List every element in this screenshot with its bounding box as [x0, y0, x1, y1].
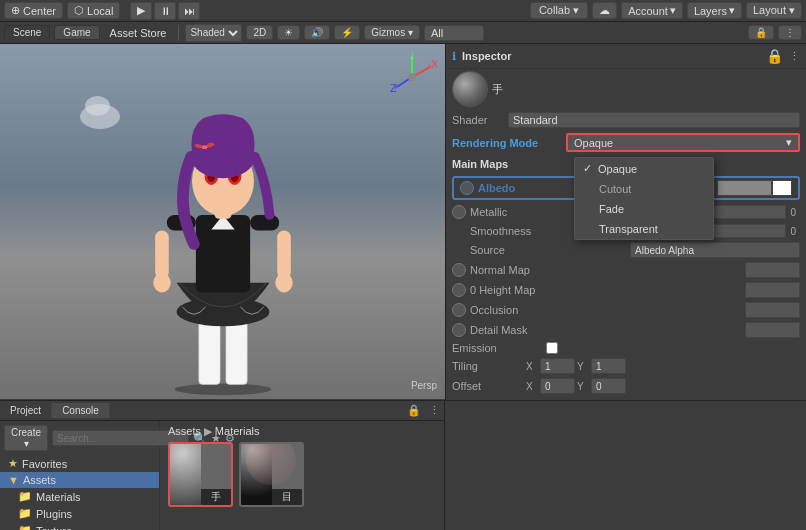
source-dropdown[interactable]: Albedo Alpha — [630, 242, 800, 258]
scene-tab[interactable]: Scene — [4, 25, 50, 40]
texture-item[interactable]: 📁 Texture — [0, 522, 159, 530]
lock-button[interactable]: 🔒 — [766, 48, 783, 64]
inspector-panel: ℹ Inspector 🔒 ⋮ 手 Shader Standard Render… — [445, 44, 806, 400]
material-name: 手 — [492, 82, 800, 97]
svg-rect-9 — [277, 230, 291, 278]
shader-value[interactable]: Standard — [508, 112, 800, 128]
light-toggle[interactable]: ☀ — [277, 25, 300, 40]
rendering-mode-label: Rendering Mode — [452, 137, 562, 149]
main-content: Shaded 2D ☀ 🔊 🖼 Gizmos ▾ All — [0, 44, 806, 400]
source-row: Source Albedo Alpha — [446, 240, 806, 260]
offset-row: Offset X Y — [446, 376, 806, 396]
play-controls: ▶ ⏸ ⏭ — [130, 2, 200, 20]
assets-item[interactable]: ▼ Assets — [0, 472, 159, 488]
metallic-icon — [452, 205, 466, 219]
project-sidebar: Create ▾ 🔍 ★ ⚙ ★ Favorites ▼ Assets — [0, 421, 160, 530]
scene-viewport[interactable]: Shaded 2D ☀ 🔊 🖼 Gizmos ▾ All — [0, 44, 445, 399]
dropdown-arrow: ▾ — [786, 136, 792, 149]
asset-store-tab[interactable]: Asset Store — [104, 26, 173, 40]
occlusion-icon — [452, 303, 466, 317]
albedo-texture-slot[interactable] — [717, 180, 772, 196]
svg-rect-8 — [155, 230, 169, 278]
console-tab[interactable]: Console — [52, 403, 110, 418]
tiling-y-input[interactable] — [591, 358, 626, 374]
project-menu-btn[interactable]: ⋮ — [425, 404, 444, 417]
play-button[interactable]: ▶ — [130, 2, 152, 20]
offset-y-input[interactable] — [591, 378, 626, 394]
pause-button[interactable]: ⏸ — [154, 2, 176, 20]
inspector-title: Inspector — [462, 50, 512, 62]
material-sphere-preview — [452, 71, 488, 107]
cloud-button[interactable]: ☁ — [592, 2, 617, 19]
svg-point-26 — [408, 73, 416, 81]
normal-map-icon — [452, 263, 466, 277]
inspector-icons-right[interactable]: 🔒 — [748, 25, 774, 40]
audio-toggle[interactable]: 🔊 — [304, 25, 330, 40]
inspector-layout-btn[interactable]: ⋮ — [778, 25, 802, 40]
texture-folder-icon: 📁 — [18, 524, 32, 530]
project-tab[interactable]: Project — [0, 403, 52, 418]
project-lock-btn[interactable]: 🔒 — [403, 404, 425, 417]
fx-toggle[interactable]: ⚡ — [334, 25, 360, 40]
center-icon: ⊕ — [11, 4, 20, 17]
favorites-item[interactable]: ★ Favorites — [0, 455, 159, 472]
asset-grid: 手 目 — [164, 440, 440, 509]
rendering-mode-dropdown[interactable]: Opaque ▾ Opaque Cutout Fade Transparent — [566, 133, 800, 152]
shading-select[interactable]: Shaded — [185, 24, 242, 42]
2d-toggle[interactable]: 2D — [246, 25, 273, 40]
albedo-icon — [460, 181, 474, 195]
project-main-view: Assets ▶ Materials 手 — [160, 421, 444, 530]
inspector-menu-btn[interactable]: ⋮ — [789, 50, 800, 63]
breadcrumb: Assets ▶ Materials — [164, 425, 440, 440]
detail-mask-texture-slot[interactable] — [745, 322, 800, 338]
plugins-item[interactable]: 📁 Plugins — [0, 505, 159, 522]
second-toolbar: Scene Game Asset Store Shaded 2D ☀ 🔊 ⚡ G… — [0, 22, 806, 44]
character-svg — [123, 89, 323, 399]
layers-dropdown[interactable]: Layers ▾ — [687, 2, 742, 19]
offset-label: Offset — [452, 380, 522, 392]
svg-point-10 — [153, 273, 170, 292]
height-map-texture-slot[interactable] — [745, 282, 800, 298]
emission-checkbox[interactable] — [546, 342, 558, 354]
option-opaque[interactable]: Opaque — [575, 158, 713, 179]
occlusion-texture-slot[interactable] — [745, 302, 800, 318]
inspector-header: ℹ Inspector 🔒 ⋮ — [446, 44, 806, 69]
option-transparent[interactable]: Transparent — [575, 219, 713, 239]
center-toggle[interactable]: ⊕ Center — [4, 2, 63, 19]
asset-thumb-label-0: 手 — [201, 489, 232, 505]
step-button[interactable]: ⏭ — [178, 2, 200, 20]
svg-point-0 — [174, 384, 271, 396]
tiling-x-input[interactable] — [540, 358, 575, 374]
inspector-bottom — [445, 401, 806, 530]
gizmos-btn[interactable]: Gizmos ▾ — [364, 25, 420, 40]
albedo-color-picker[interactable] — [772, 180, 792, 196]
project-panel: Project Console 🔒 ⋮ Create ▾ 🔍 ★ ⚙ ★ — [0, 401, 445, 530]
occlusion-label: Occlusion — [470, 304, 741, 316]
asset-item-1[interactable]: 目 — [239, 442, 304, 507]
source-label: Source — [470, 244, 630, 256]
asset-thumb-label-1: 目 — [272, 489, 303, 505]
normal-map-texture-slot[interactable] — [745, 262, 800, 278]
detail-mask-row: Detail Mask — [446, 320, 806, 340]
collab-button[interactable]: Collab ▾ — [530, 2, 588, 19]
game-tab[interactable]: Game — [54, 25, 99, 40]
detail-mask-icon — [452, 323, 466, 337]
asset-item-0[interactable]: 手 — [168, 442, 233, 507]
offset-x-input[interactable] — [540, 378, 575, 394]
height-map-label: 0 Height Map — [470, 284, 741, 296]
layers-chevron: ▾ — [729, 4, 735, 17]
persp-label: Persp — [411, 380, 437, 391]
search-input-area[interactable]: All — [424, 25, 484, 41]
create-button[interactable]: Create ▾ — [4, 425, 48, 451]
account-dropdown[interactable]: Account ▾ — [621, 2, 683, 19]
local-toggle[interactable]: ⬡ Local — [67, 2, 120, 19]
rendering-mode-row: Rendering Mode Opaque ▾ Opaque Cutout Fa… — [446, 131, 806, 154]
bottom-area: Project Console 🔒 ⋮ Create ▾ 🔍 ★ ⚙ ★ — [0, 400, 806, 530]
materials-item[interactable]: 📁 Materials — [0, 488, 159, 505]
viewport-background: X Y Z Persp — [0, 44, 445, 399]
layout-dropdown[interactable]: Layout ▾ — [746, 2, 802, 19]
option-fade[interactable]: Fade — [575, 199, 713, 219]
option-cutout[interactable]: Cutout — [575, 179, 713, 199]
project-tabs: Project Console 🔒 ⋮ — [0, 401, 444, 421]
shader-label: Shader — [452, 114, 502, 126]
